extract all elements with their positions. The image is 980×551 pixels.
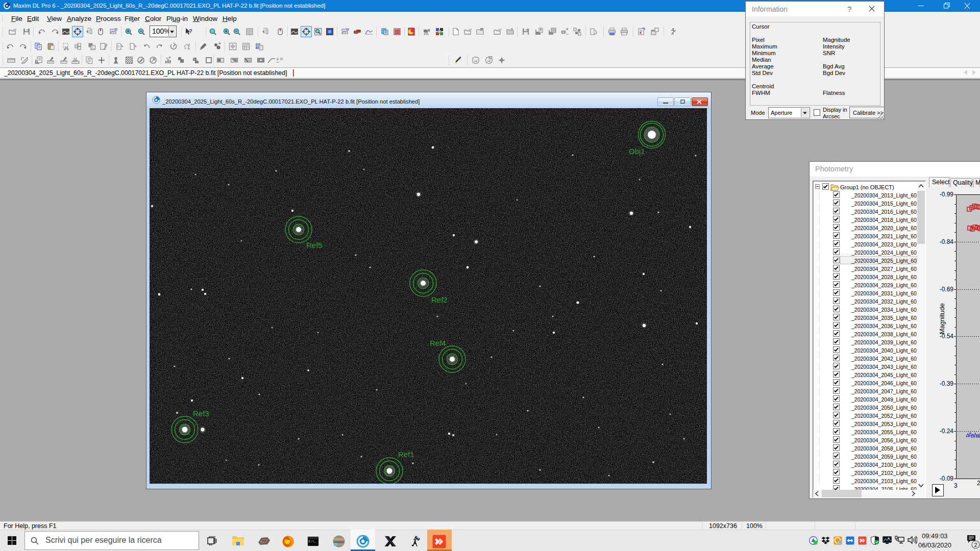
svg-text:θ: θ xyxy=(188,43,190,47)
svg-text:Obj1: Obj1 xyxy=(629,147,645,156)
svg-text:C:\_: C:\_ xyxy=(309,540,316,543)
svg-text:Ref2: Ref2 xyxy=(431,295,448,304)
svg-text:?: ? xyxy=(189,28,192,34)
svg-text:2: 2 xyxy=(974,542,977,548)
svg-text:D: D xyxy=(117,45,120,48)
svg-text:Ref1: Ref1 xyxy=(398,450,414,459)
svg-text:Ref3: Ref3 xyxy=(193,409,209,418)
svg-text:Ref4: Ref4 xyxy=(430,339,446,347)
svg-text:Ref5: Ref5 xyxy=(306,241,323,249)
